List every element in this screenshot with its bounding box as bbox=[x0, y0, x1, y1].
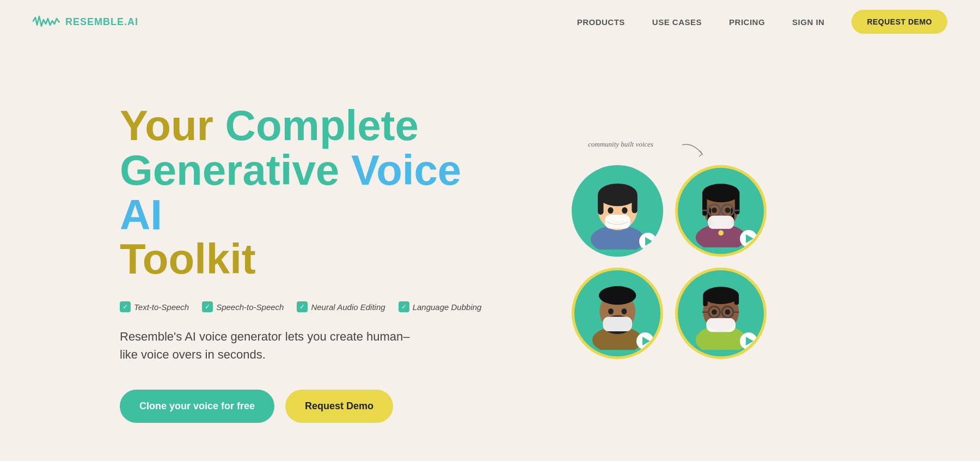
play-triangle-icon-4 bbox=[746, 337, 754, 345]
avatar-1 bbox=[572, 165, 663, 257]
svg-rect-11 bbox=[702, 192, 707, 216]
svg-rect-22 bbox=[708, 216, 734, 229]
hero-section: Your Complete Generative Voice AI Toolki… bbox=[0, 44, 980, 461]
feature-ld-label: Language Dubbing bbox=[413, 302, 482, 312]
svg-point-5 bbox=[608, 207, 613, 214]
svg-point-20 bbox=[712, 208, 717, 213]
play-button-1[interactable] bbox=[639, 233, 657, 250]
play-triangle-icon-1 bbox=[645, 237, 653, 246]
hero-title: Your Complete Generative Voice AI Toolki… bbox=[120, 104, 490, 282]
avatar-2 bbox=[675, 165, 767, 257]
svg-point-23 bbox=[718, 230, 724, 235]
features-list: ✓ Text-to-Speech ✓ Speech-to-Speech ✓ Ne… bbox=[120, 301, 490, 312]
svg-rect-30 bbox=[603, 317, 632, 331]
svg-rect-7 bbox=[605, 214, 630, 228]
check-icon-tts: ✓ bbox=[120, 301, 131, 312]
hero-title-line2-teal: Generative bbox=[120, 146, 351, 194]
avatar-4 bbox=[675, 268, 767, 359]
svg-rect-43 bbox=[706, 318, 736, 332]
svg-point-42 bbox=[725, 310, 730, 315]
check-icon-sts: ✓ bbox=[202, 301, 213, 312]
play-button-4[interactable] bbox=[740, 332, 757, 350]
svg-point-28 bbox=[608, 308, 614, 314]
hero-title-line3: Toolkit bbox=[120, 235, 256, 283]
feature-sts: ✓ Speech-to-Speech bbox=[202, 301, 284, 312]
community-arrow-icon bbox=[679, 142, 707, 159]
logo-text: RESEMBLE.AI bbox=[65, 16, 138, 28]
svg-point-10 bbox=[702, 184, 739, 202]
feature-tts-label: Text-to-Speech bbox=[134, 302, 189, 312]
feature-nae-label: Neural Audio Editing bbox=[311, 302, 385, 312]
nav-products[interactable]: PRODUCTS bbox=[577, 17, 625, 27]
hero-title-line1: Your Complete bbox=[120, 101, 419, 149]
feature-sts-label: Speech-to-Speech bbox=[216, 302, 284, 312]
svg-point-6 bbox=[622, 207, 627, 214]
nav-pricing[interactable]: PRICING bbox=[729, 17, 765, 27]
svg-point-41 bbox=[712, 310, 717, 315]
feature-nae: ✓ Neural Audio Editing bbox=[297, 301, 385, 312]
community-label: community built voices bbox=[588, 140, 653, 149]
clone-voice-button[interactable]: Clone your voice for free bbox=[120, 390, 274, 423]
play-button-2[interactable] bbox=[740, 230, 757, 247]
svg-point-33 bbox=[703, 287, 739, 304]
avatar-3 bbox=[572, 268, 663, 359]
hero-description: Resemble's AI voice generator lets you c… bbox=[120, 327, 425, 363]
request-demo-button[interactable]: Request Demo bbox=[285, 390, 393, 423]
nav-links: PRODUCTS USE CASES PRICING SIGN IN REQUE… bbox=[577, 10, 947, 34]
hero-content: Your Complete Generative Voice AI Toolki… bbox=[120, 104, 490, 423]
feature-ld: ✓ Language Dubbing bbox=[399, 301, 482, 312]
feature-tts: ✓ Text-to-Speech bbox=[120, 301, 189, 312]
avatars-grid: community built voices bbox=[561, 132, 789, 394]
svg-rect-3 bbox=[598, 193, 603, 215]
play-triangle-icon-3 bbox=[642, 337, 650, 345]
nav-sign-in[interactable]: SIGN IN bbox=[792, 17, 824, 27]
svg-rect-34 bbox=[703, 295, 708, 306]
navbar: RESEMBLE.AI PRODUCTS USE CASES PRICING S… bbox=[0, 0, 980, 44]
svg-point-29 bbox=[621, 308, 627, 314]
play-triangle-icon-2 bbox=[746, 234, 754, 243]
check-icon-nae: ✓ bbox=[297, 301, 308, 312]
nav-use-cases[interactable]: USE CASES bbox=[652, 17, 702, 27]
check-icon-ld: ✓ bbox=[399, 301, 409, 312]
hero-avatars: community built voices bbox=[490, 65, 860, 461]
svg-point-21 bbox=[725, 208, 730, 213]
logo[interactable]: RESEMBLE.AI bbox=[33, 14, 138, 29]
nav-request-demo-button[interactable]: REQUEST DEMO bbox=[852, 10, 947, 34]
svg-rect-35 bbox=[734, 295, 739, 305]
logo-wave-icon bbox=[33, 14, 60, 29]
cta-buttons: Clone your voice for free Request Demo bbox=[120, 390, 490, 423]
svg-rect-4 bbox=[632, 193, 637, 213]
play-button-3[interactable] bbox=[636, 332, 654, 350]
svg-point-2 bbox=[598, 183, 638, 206]
svg-point-26 bbox=[599, 286, 636, 305]
